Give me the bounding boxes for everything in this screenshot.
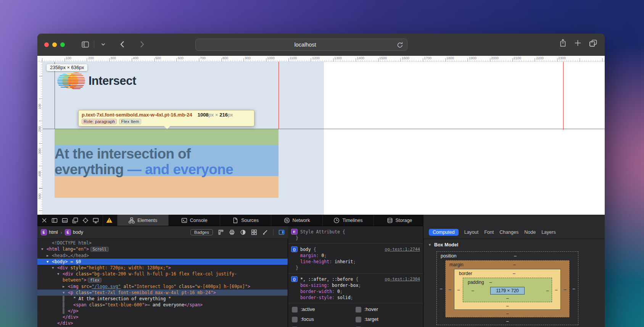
css-property[interactable]: border-style: solid;	[291, 295, 420, 301]
box-model-content-size[interactable]: 1179 × 720	[490, 287, 525, 295]
dom-tree-panel[interactable]: <!DOCTYPE html>▼<html lang="en">Scroll▶<…	[37, 239, 288, 327]
styles-panel[interactable]: EStyle Attribute {}{}og-test:1:2744body …	[288, 226, 423, 327]
checkbox-icon[interactable]	[356, 307, 361, 312]
back-button[interactable]	[117, 39, 127, 50]
grid-button[interactable]	[251, 229, 257, 235]
page-canvas[interactable]: Intersect At the intersection of everyth…	[43, 62, 605, 215]
reload-button[interactable]	[397, 41, 403, 49]
sidebar-tab-layers[interactable]: Layers	[541, 230, 556, 235]
devtools-tab-network[interactable]: Network	[271, 215, 322, 226]
sidebar-tab-computed[interactable]: Computed	[429, 229, 459, 236]
dom-tree-node[interactable]: </div>	[37, 314, 288, 320]
pseudo-class-toggle-hover[interactable]: :hover	[356, 306, 419, 312]
dock-side-button[interactable]	[52, 217, 58, 223]
dom-tree-node[interactable]: ▼<p class="text-7xl font-semibold max-w-…	[37, 290, 288, 296]
forward-button[interactable]	[137, 39, 147, 50]
issues-warning-button[interactable]	[103, 215, 116, 226]
devtools-tab-storage[interactable]: Storage	[374, 215, 425, 226]
tab-overview-button[interactable]	[589, 40, 597, 47]
dom-tree-node[interactable]: ▼<html lang="en">Scroll	[37, 246, 288, 253]
css-selector[interactable]: Style Attribute	[300, 229, 340, 235]
printer-button[interactable]	[229, 229, 235, 235]
disclosure-triangle-icon[interactable]: ▼	[47, 259, 52, 265]
devtools-tab-sources[interactable]: Sources	[220, 215, 271, 226]
dom-tree-node[interactable]: ▶<head>…</head>	[37, 253, 288, 259]
dom-tree-node[interactable]: </p>	[37, 308, 288, 314]
guide-line-right	[279, 62, 279, 129]
style-source-link[interactable]: og-test:1:2304	[385, 276, 420, 282]
frames-button[interactable]	[279, 229, 285, 235]
close-button[interactable]	[41, 217, 47, 223]
sidebar-tab-node[interactable]: Node	[524, 230, 536, 235]
css-rule: {}og-test:1:2304*, ::after, ::before {bo…	[288, 274, 423, 303]
dom-tree-node[interactable]: </div>	[37, 320, 288, 326]
dom-tree-node[interactable]: ▶<img src="/logo.svg" alt="Intersect log…	[37, 283, 288, 290]
site-logo: Intersect	[57, 72, 136, 90]
grid-icon	[251, 229, 257, 235]
braces-badge-icon: {}	[291, 246, 298, 252]
checkbox-icon[interactable]	[292, 317, 298, 322]
traffic-lights	[44, 42, 65, 47]
devtools-tab-timelines[interactable]: Timelines	[322, 215, 374, 226]
new-tab-button[interactable]	[575, 40, 581, 46]
sidebar-tab-changes[interactable]: Changes	[499, 230, 518, 235]
sidebar-tab-bar: ComputedLayoutFontChangesNodeLayers	[423, 226, 605, 239]
disclosure-triangle-icon[interactable]: ▶	[47, 253, 52, 259]
sidebar-tab-font[interactable]: Font	[484, 230, 494, 235]
target-button[interactable]	[82, 217, 89, 223]
checkbox-icon[interactable]	[356, 317, 361, 322]
disclosure-triangle-icon[interactable]: ▼	[63, 290, 68, 296]
style-source-link[interactable]: og-test:1:2744	[385, 246, 420, 253]
contrast-button[interactable]	[240, 229, 246, 235]
chevron-down-icon	[101, 43, 105, 46]
css-property[interactable]: box-sizing: border-box;	[291, 282, 420, 288]
dom-tree-node[interactable]: <!DOCTYPE html>	[37, 240, 288, 246]
css-property[interactable]: line-height: inherit;	[291, 259, 420, 265]
dom-tree-node[interactable]: ▼<div style="height: 720px; width: 1280p…	[37, 265, 288, 271]
guide-line-far-right	[563, 62, 564, 130]
disclosure-triangle-icon[interactable]: ▼	[52, 265, 57, 271]
brush-button[interactable]	[262, 229, 268, 235]
css-property[interactable]: margin: 0;	[291, 253, 420, 259]
checkbox-icon[interactable]	[292, 307, 298, 312]
dom-tree-node[interactable]: <span class="text-blue-600">— and everyo…	[37, 302, 288, 308]
sidebar-icon	[82, 41, 89, 48]
dom-tree-node[interactable]: ▼<body> = $0	[37, 259, 288, 265]
disclosure-triangle-icon[interactable]: ▼	[41, 246, 47, 252]
vertical-ruler: 100200300400500600	[37, 62, 43, 215]
address-bar[interactable]: localhost	[195, 39, 407, 51]
ruler-icon	[218, 229, 224, 235]
zoom-window-button[interactable]	[60, 42, 65, 47]
devtools-tab-elements[interactable]: Elements	[117, 215, 168, 226]
sidebar-tab-layout[interactable]: Layout	[464, 230, 479, 235]
detach-button[interactable]	[72, 217, 78, 223]
minimize-window-button[interactable]	[52, 42, 57, 47]
dock-bottom-button[interactable]	[62, 217, 68, 223]
disclosure-triangle-icon[interactable]: ▼	[57, 271, 63, 277]
web-content-area[interactable]: 1002003004005006007008009001000110012001…	[37, 56, 605, 215]
sidebar-toggle-button[interactable]	[80, 39, 90, 50]
breadcrumb-item-body[interactable]: Ebody	[65, 229, 83, 235]
dom-tree-node[interactable]: ▼<div class="bg-slate-200 w-full h-full …	[37, 271, 288, 277]
disclosure-triangle-icon[interactable]: ▶	[63, 283, 68, 290]
sidebar-dropdown-button[interactable]	[98, 39, 108, 50]
close-window-button[interactable]	[44, 42, 49, 47]
storage-icon	[387, 217, 393, 223]
css-selector[interactable]: *, ::after, ::before	[300, 277, 353, 282]
dom-tree-node[interactable]: " At the intersection of everything "	[37, 296, 288, 302]
pseudo-class-toggle-active[interactable]: :active	[292, 306, 356, 312]
devtools-tab-console[interactable]: Console	[168, 215, 219, 226]
css-property[interactable]: border-width: 0;	[291, 288, 420, 295]
device-button[interactable]	[93, 217, 99, 223]
dock-side-icon	[52, 217, 58, 223]
pseudo-class-toggle-target[interactable]: :target	[356, 316, 419, 322]
title-bar[interactable]: localhost	[37, 34, 605, 56]
pseudo-class-toggle-focus[interactable]: :focus	[292, 316, 356, 322]
share-button[interactable]	[560, 39, 566, 47]
breadcrumb-item-html[interactable]: Ehtml	[41, 229, 58, 235]
ruler-button[interactable]	[218, 229, 224, 235]
badges-button[interactable]: Badges	[190, 229, 213, 235]
dom-tree-node[interactable]: between">flex	[37, 277, 288, 283]
box-model-header[interactable]: ▼ Box Model	[423, 239, 605, 248]
css-selector[interactable]: body	[300, 247, 311, 252]
